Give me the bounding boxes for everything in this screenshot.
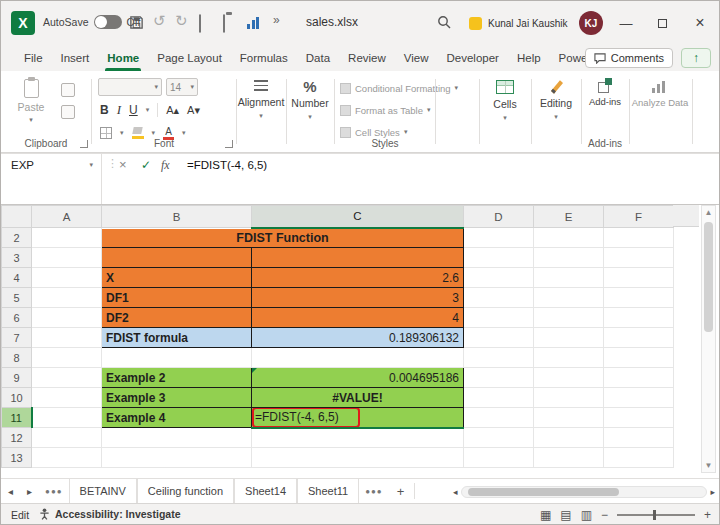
horizontal-scroll-thumb[interactable] xyxy=(468,488,620,496)
scroll-right-icon[interactable]: ▸ xyxy=(710,487,715,497)
cell-B7[interactable]: FDIST formula xyxy=(102,328,252,348)
cell-B2[interactable]: FDIST Function xyxy=(102,228,464,248)
zoom-in-icon[interactable]: + xyxy=(704,508,711,522)
cell-F9[interactable] xyxy=(604,368,674,388)
sheet-nav-right-icon[interactable]: ▸ xyxy=(20,479,39,503)
normal-view-icon[interactable]: ▦ xyxy=(540,508,551,522)
cell-C10[interactable]: #VALUE! xyxy=(252,388,464,408)
select-all-corner[interactable] xyxy=(2,206,32,228)
cell-E9[interactable] xyxy=(534,368,604,388)
row-header-12[interactable]: 12 xyxy=(2,428,32,448)
row-header-9[interactable]: 9 xyxy=(2,368,32,388)
row-header-10[interactable]: 10 xyxy=(2,388,32,408)
cell-D7[interactable] xyxy=(464,328,534,348)
cell-F2[interactable] xyxy=(604,228,674,248)
cell-A3[interactable] xyxy=(32,248,102,268)
row-header-13[interactable]: 13 xyxy=(2,448,32,468)
autosave-toggle[interactable]: AutoSave Off xyxy=(43,15,140,29)
cell-C13[interactable] xyxy=(252,448,464,468)
sheet-overflow-right-icon[interactable]: ●●● xyxy=(359,479,389,503)
cell-B5[interactable]: DF1 xyxy=(102,288,252,308)
cell-E2[interactable] xyxy=(534,228,604,248)
zoom-out-icon[interactable]: − xyxy=(601,508,608,522)
page-layout-view-icon[interactable]: ▤ xyxy=(560,508,571,522)
cell-E4[interactable] xyxy=(534,268,604,288)
cell-A13[interactable] xyxy=(32,448,102,468)
addins-button[interactable]: Add-ins xyxy=(582,78,628,107)
tab-insert[interactable]: Insert xyxy=(52,45,99,71)
column-header-A[interactable]: A xyxy=(32,206,102,228)
share-button[interactable]: ↑ xyxy=(681,48,711,68)
editing-button[interactable]: Editing ▾ xyxy=(532,80,580,121)
zoom-slider-thumb[interactable] xyxy=(653,510,656,520)
column-header-E[interactable]: E xyxy=(534,206,604,228)
search-icon[interactable] xyxy=(437,15,451,33)
format-painter-icon[interactable] xyxy=(61,105,75,119)
row-header-7[interactable]: 7 xyxy=(2,328,32,348)
cell-F11[interactable] xyxy=(604,408,674,428)
cell-F5[interactable] xyxy=(604,288,674,308)
cell-F7[interactable] xyxy=(604,328,674,348)
cell-F10[interactable] xyxy=(604,388,674,408)
cell-C3[interactable] xyxy=(252,248,464,268)
cell-C12[interactable] xyxy=(252,428,464,448)
name-box[interactable]: EXP ▾ xyxy=(1,154,101,176)
sheet-nav-left-icon[interactable]: ◂ xyxy=(1,479,20,503)
cell-B8[interactable] xyxy=(102,348,252,368)
underline-button[interactable]: U xyxy=(129,103,138,117)
new-sheet-button[interactable]: + xyxy=(389,479,413,503)
tab-data[interactable]: Data xyxy=(297,45,339,71)
sheet-tab-betainv[interactable]: BETAINV xyxy=(69,479,137,503)
cell-F4[interactable] xyxy=(604,268,674,288)
cell-D4[interactable] xyxy=(464,268,534,288)
column-header-D[interactable]: D xyxy=(464,206,534,228)
row-header-5[interactable]: 5 xyxy=(2,288,32,308)
increase-font-icon[interactable]: A▴ xyxy=(166,104,179,117)
sheet-tab-ceiling-function[interactable]: Ceiling function xyxy=(137,479,234,503)
cell-C4[interactable]: 2.6 xyxy=(252,268,464,288)
document-title[interactable]: sales.xlsx xyxy=(306,15,358,29)
font-dialog-launcher-icon[interactable] xyxy=(225,140,233,148)
analyze-data-button[interactable]: Analyze Data xyxy=(630,80,690,108)
cell-A11[interactable] xyxy=(32,408,102,428)
cell-C8[interactable] xyxy=(252,348,464,368)
cell-B4[interactable]: X xyxy=(102,268,252,288)
vertical-scroll-thumb[interactable] xyxy=(704,222,713,332)
font-size-select[interactable]: 14▾ xyxy=(166,78,198,96)
tab-page-layout[interactable]: Page Layout xyxy=(148,45,231,71)
confirm-entry-icon[interactable]: ✓ xyxy=(141,154,151,176)
cell-C9[interactable]: 0.004695186 xyxy=(252,368,464,388)
cell-A9[interactable] xyxy=(32,368,102,388)
font-name-select[interactable]: ▾ xyxy=(98,78,162,96)
cell-E8[interactable] xyxy=(534,348,604,368)
cell-A7[interactable] xyxy=(32,328,102,348)
cell-B3[interactable] xyxy=(102,248,252,268)
cell-C7[interactable]: 0.189306132 xyxy=(252,328,464,348)
sheet-tab-sheet14[interactable]: Sheet14 xyxy=(234,479,297,503)
cell-E10[interactable] xyxy=(534,388,604,408)
cell-A12[interactable] xyxy=(32,428,102,448)
row-header-8[interactable]: 8 xyxy=(2,348,32,368)
quick-access-overflow-icon[interactable]: » xyxy=(273,13,280,27)
cell-B11[interactable]: Example 4 xyxy=(102,408,252,428)
tab-view[interactable]: View xyxy=(395,45,438,71)
cell-B10[interactable]: Example 3 xyxy=(102,388,252,408)
cell-E6[interactable] xyxy=(534,308,604,328)
column-header-F[interactable]: F xyxy=(604,206,674,228)
cell-A5[interactable] xyxy=(32,288,102,308)
cell-B9[interactable]: Example 2 xyxy=(102,368,252,388)
cell-D6[interactable] xyxy=(464,308,534,328)
column-header-B[interactable]: B xyxy=(102,206,252,228)
bold-button[interactable]: B xyxy=(100,103,109,117)
vertical-scrollbar[interactable]: ▲ ▼ xyxy=(701,205,716,473)
user-name[interactable]: Kunal Jai Kaushik xyxy=(488,18,568,29)
tab-home[interactable]: Home xyxy=(98,45,148,71)
tab-developer[interactable]: Developer xyxy=(438,45,508,71)
cell-E7[interactable] xyxy=(534,328,604,348)
tab-file[interactable]: File xyxy=(15,45,52,71)
undo-icon[interactable]: ↺ xyxy=(153,12,166,30)
cell-A6[interactable] xyxy=(32,308,102,328)
cut-icon[interactable] xyxy=(61,83,75,97)
clipboard-dialog-launcher-icon[interactable] xyxy=(80,140,88,148)
page-break-view-icon[interactable]: ▥ xyxy=(581,508,592,522)
